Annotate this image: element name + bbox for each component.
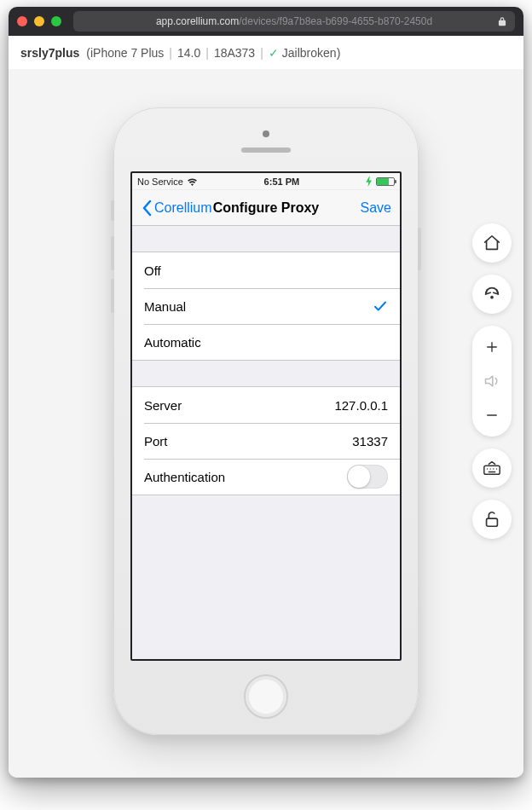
keyboard-icon bbox=[483, 459, 501, 477]
earpiece bbox=[241, 148, 291, 153]
status-time: 6:51 PM bbox=[264, 176, 300, 187]
row-label: Port bbox=[144, 434, 168, 448]
home-icon bbox=[483, 234, 501, 252]
url-bar[interactable]: app.corellium.com/devices/f9a7b8ea-b699-… bbox=[73, 11, 515, 32]
proxy-mode-group: Off Manual Automatic bbox=[132, 252, 400, 361]
volume-up-button[interactable] bbox=[111, 236, 114, 270]
port-value: 31337 bbox=[352, 434, 388, 448]
plus-icon bbox=[484, 339, 500, 355]
unlock-icon bbox=[483, 510, 501, 529]
rotate-button[interactable] bbox=[472, 275, 512, 314]
device-status: Jailbroken bbox=[282, 46, 337, 60]
device-screen[interactable]: No Service 6:51 PM bbox=[130, 171, 402, 661]
row-label: Authentication bbox=[144, 470, 225, 484]
speaker-action[interactable] bbox=[472, 368, 512, 394]
volume-down-button[interactable] bbox=[111, 279, 114, 313]
unlock-button[interactable] bbox=[472, 500, 512, 539]
device-os-version: 14.0 bbox=[177, 46, 200, 60]
minus-icon bbox=[484, 408, 500, 423]
proxy-mode-automatic[interactable]: Automatic bbox=[132, 324, 400, 360]
svg-marker-3 bbox=[486, 376, 493, 386]
browser-titlebar: app.corellium.com/devices/f9a7b8ea-b699-… bbox=[9, 7, 523, 36]
ios-nav-bar: Corellium Configure Proxy Save bbox=[132, 190, 400, 226]
volume-up-action[interactable] bbox=[472, 334, 512, 360]
power-button[interactable] bbox=[418, 228, 421, 270]
proxy-manual-group: Server 127.0.0.1 Port 31337 Authenticati… bbox=[132, 386, 400, 495]
rotate-icon bbox=[483, 285, 501, 304]
battery-icon bbox=[376, 177, 395, 186]
close-window-button[interactable] bbox=[17, 16, 27, 26]
control-rail bbox=[472, 223, 512, 539]
app-window: app.corellium.com/devices/f9a7b8ea-b699-… bbox=[9, 7, 523, 778]
device-build: 18A373 bbox=[214, 46, 255, 60]
carrier-text: No Service bbox=[137, 176, 183, 187]
proxy-mode-off[interactable]: Off bbox=[132, 252, 400, 288]
keyboard-button[interactable] bbox=[472, 448, 512, 488]
server-row[interactable]: Server 127.0.0.1 bbox=[132, 387, 400, 423]
svg-point-0 bbox=[490, 296, 494, 299]
page-title: Configure Proxy bbox=[213, 200, 319, 216]
device-name: srsly7plus bbox=[20, 46, 79, 60]
front-camera bbox=[263, 130, 269, 137]
proxy-mode-manual[interactable]: Manual bbox=[132, 288, 400, 324]
authentication-row: Authentication bbox=[132, 459, 400, 495]
check-icon: ✓ bbox=[269, 46, 279, 60]
device-stage: No Service 6:51 PM bbox=[9, 70, 523, 778]
url-domain: app.corellium.com bbox=[156, 15, 239, 27]
minimize-window-button[interactable] bbox=[34, 16, 44, 26]
authentication-toggle[interactable] bbox=[347, 465, 388, 489]
check-icon bbox=[373, 298, 388, 314]
row-label: Automatic bbox=[144, 335, 201, 350]
device-header: srsly7plus ( iPhone 7 Plus | 14.0 | 18A3… bbox=[9, 36, 523, 70]
device-model: iPhone 7 Plus bbox=[90, 46, 164, 60]
maximize-window-button[interactable] bbox=[51, 16, 61, 26]
row-label: Manual bbox=[144, 299, 186, 314]
save-button[interactable]: Save bbox=[361, 200, 391, 216]
row-label: Off bbox=[144, 263, 161, 278]
url-path: /devices/f9a7b8ea-b699-4655-b870-2450d bbox=[239, 15, 432, 27]
url-text: app.corellium.com/devices/f9a7b8ea-b699-… bbox=[156, 15, 432, 27]
back-label: Corellium bbox=[154, 200, 212, 216]
server-value: 127.0.0.1 bbox=[334, 398, 388, 413]
svg-rect-11 bbox=[487, 518, 498, 526]
speaker-icon bbox=[483, 373, 500, 390]
volume-pill bbox=[472, 326, 512, 437]
ios-status-bar: No Service 6:51 PM bbox=[132, 173, 400, 190]
wifi-icon bbox=[187, 177, 198, 186]
lock-icon bbox=[496, 15, 508, 27]
home-button[interactable] bbox=[244, 674, 288, 719]
row-label: Server bbox=[144, 398, 182, 413]
svg-rect-5 bbox=[484, 466, 500, 474]
phone-frame: No Service 6:51 PM bbox=[113, 107, 419, 735]
chevron-left-icon bbox=[141, 200, 153, 217]
back-button[interactable]: Corellium bbox=[141, 200, 212, 217]
charging-icon bbox=[366, 176, 373, 187]
mute-switch[interactable] bbox=[111, 200, 114, 221]
window-controls bbox=[17, 16, 61, 26]
volume-down-action[interactable] bbox=[472, 402, 512, 428]
port-row[interactable]: Port 31337 bbox=[132, 423, 400, 459]
home-action-button[interactable] bbox=[472, 223, 512, 263]
